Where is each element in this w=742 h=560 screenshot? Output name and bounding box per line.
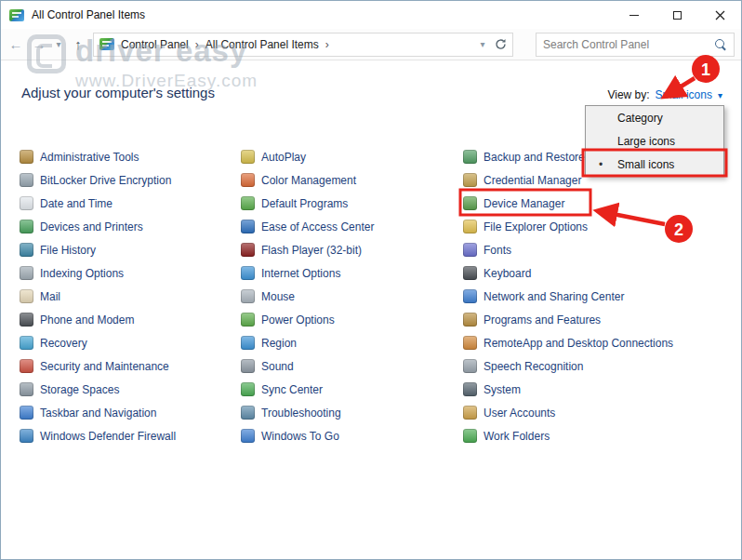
- item-label: Taskbar and Navigation: [40, 407, 156, 420]
- credential-manager-icon: [463, 173, 477, 187]
- item-device-manager[interactable]: Device Manager: [463, 192, 742, 215]
- item-windows-defender-firewall[interactable]: Windows Defender Firewall: [20, 424, 238, 447]
- item-storage-spaces[interactable]: Storage Spaces: [20, 378, 238, 401]
- item-taskbar-and-navigation[interactable]: Taskbar and Navigation: [20, 401, 238, 424]
- item-label: Mouse: [261, 290, 295, 303]
- item-label: Region: [261, 337, 297, 350]
- item-fonts[interactable]: Fonts: [463, 238, 742, 261]
- network-and-sharing-center-icon: [463, 289, 477, 303]
- keyboard-icon: [463, 266, 477, 280]
- devices-and-printers-icon: [20, 220, 33, 233]
- view-by-control: View by: Small icons ▾: [607, 88, 722, 101]
- item-sync-center[interactable]: Sync Center: [241, 378, 462, 401]
- item-system[interactable]: System: [463, 378, 742, 401]
- item-speech-recognition[interactable]: Speech Recognition: [463, 354, 742, 378]
- recovery-icon: [20, 336, 33, 350]
- item-user-accounts[interactable]: User Accounts: [463, 401, 742, 424]
- item-internet-options[interactable]: Internet Options: [241, 261, 462, 285]
- minimize-button[interactable]: [613, 1, 656, 29]
- item-label: Ease of Access Center: [261, 220, 374, 233]
- item-sound[interactable]: Sound: [241, 354, 462, 378]
- item-ease-of-access-center[interactable]: Ease of Access Center: [241, 215, 462, 238]
- item-label: Credential Manager: [484, 174, 581, 187]
- backup-and-restore-icon: [463, 150, 477, 164]
- item-mail[interactable]: Mail: [20, 285, 238, 308]
- breadcrumb-separator-icon: ›: [325, 38, 329, 51]
- minimize-icon: [629, 15, 639, 16]
- search-box: [536, 33, 735, 57]
- item-label: Date and Time: [40, 197, 113, 210]
- up-button[interactable]: ↑: [70, 37, 86, 51]
- breadcrumb-all-control-panel-items[interactable]: All Control Panel Items: [205, 38, 319, 51]
- menu-option-small-icons[interactable]: •Small icons: [586, 153, 723, 176]
- default-programs-icon: [241, 196, 255, 210]
- back-button[interactable]: ←: [7, 37, 24, 51]
- speech-recognition-icon: [463, 359, 477, 373]
- item-keyboard[interactable]: Keyboard: [463, 261, 742, 285]
- item-label: Windows To Go: [261, 430, 339, 443]
- recent-locations-chevron-icon[interactable]: ▾: [54, 39, 63, 49]
- address-dropdown-chevron-icon[interactable]: ▾: [478, 39, 487, 49]
- item-administrative-tools[interactable]: Administrative Tools: [20, 145, 238, 168]
- item-region[interactable]: Region: [241, 331, 462, 354]
- chevron-down-icon[interactable]: ▾: [718, 90, 722, 100]
- item-remoteapp-and-desktop-connections[interactable]: RemoteApp and Desktop Connections: [463, 331, 742, 354]
- item-power-options[interactable]: Power Options: [241, 308, 462, 331]
- item-label: Network and Sharing Center: [484, 290, 624, 303]
- item-bitlocker-drive-encryption[interactable]: BitLocker Drive Encryption: [20, 168, 238, 192]
- item-label: Flash Player (32-bit): [261, 244, 362, 257]
- item-label: Indexing Options: [40, 267, 124, 280]
- item-work-folders[interactable]: Work Folders: [463, 424, 742, 447]
- item-label: Storage Spaces: [40, 383, 119, 396]
- address-bar[interactable]: Control Panel › All Control Panel Items …: [93, 33, 513, 57]
- menu-option-label: Large icons: [617, 135, 675, 148]
- flash-player-icon: [241, 243, 255, 257]
- indexing-options-icon: [20, 266, 33, 280]
- breadcrumb-control-panel[interactable]: Control Panel: [121, 38, 189, 51]
- item-mouse[interactable]: Mouse: [241, 285, 462, 308]
- item-label: Mail: [40, 290, 60, 303]
- item-windows-to-go[interactable]: Windows To Go: [241, 424, 462, 447]
- item-autoplay[interactable]: AutoPlay: [241, 145, 462, 168]
- item-file-history[interactable]: File History: [20, 238, 238, 261]
- item-label: User Accounts: [484, 407, 555, 420]
- item-label: File History: [40, 244, 96, 257]
- item-network-and-sharing-center[interactable]: Network and Sharing Center: [463, 285, 742, 308]
- color-management-icon: [241, 173, 255, 187]
- search-input[interactable]: [543, 38, 714, 51]
- item-recovery[interactable]: Recovery: [20, 331, 238, 354]
- menu-option-large-icons[interactable]: Large icons: [586, 129, 723, 153]
- item-security-and-maintenance[interactable]: Security and Maintenance: [20, 354, 238, 378]
- item-label: Administrative Tools: [40, 151, 139, 164]
- item-default-programs[interactable]: Default Programs: [241, 192, 462, 215]
- item-label: Device Manager: [484, 197, 564, 210]
- device-manager-icon: [463, 196, 477, 210]
- forward-button[interactable]: →: [31, 37, 47, 51]
- item-date-and-time[interactable]: Date and Time: [20, 192, 238, 215]
- windows-defender-firewall-icon: [20, 429, 33, 443]
- item-devices-and-printers[interactable]: Devices and Printers: [20, 215, 238, 238]
- item-label: Security and Maintenance: [40, 360, 169, 373]
- view-by-value[interactable]: Small icons: [656, 88, 712, 101]
- menu-option-category[interactable]: Category: [586, 106, 723, 129]
- maximize-button[interactable]: [656, 1, 698, 29]
- item-label: Sync Center: [261, 383, 323, 396]
- window-controls: [613, 1, 741, 29]
- close-button[interactable]: [698, 1, 741, 29]
- control-panel-icon: [9, 9, 24, 21]
- date-and-time-icon: [20, 196, 33, 210]
- item-programs-and-features[interactable]: Programs and Features: [463, 308, 742, 331]
- item-phone-and-modem[interactable]: Phone and Modem: [20, 308, 238, 331]
- item-file-explorer-options[interactable]: File Explorer Options: [463, 215, 742, 238]
- item-flash-player[interactable]: Flash Player (32-bit): [241, 238, 462, 261]
- autoplay-icon: [241, 150, 255, 164]
- refresh-icon[interactable]: [495, 38, 507, 50]
- search-icon[interactable]: [714, 38, 727, 51]
- item-indexing-options[interactable]: Indexing Options: [20, 261, 238, 285]
- item-troubleshooting[interactable]: Troubleshooting: [241, 401, 462, 424]
- system-icon: [463, 382, 477, 396]
- items-column-2: AutoPlayColor ManagementDefault Programs…: [241, 145, 462, 447]
- item-color-management[interactable]: Color Management: [241, 168, 462, 192]
- work-folders-icon: [463, 429, 477, 443]
- menu-option-label: Small icons: [617, 158, 674, 171]
